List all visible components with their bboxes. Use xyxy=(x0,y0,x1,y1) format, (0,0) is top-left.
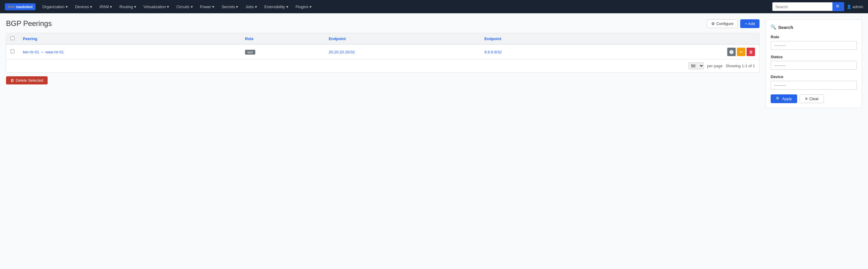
brand-logo[interactable]: >>> nautobot xyxy=(5,3,36,10)
chevron-down-icon: ▾ xyxy=(236,4,238,9)
user-info: 👤 admin xyxy=(846,4,863,9)
apply-button[interactable]: 🔍 Apply xyxy=(771,94,797,103)
brand-arrows: >>> xyxy=(8,4,15,9)
clear-button[interactable]: ✕ Clear xyxy=(800,94,824,103)
per-page-select[interactable]: 50 100 200 xyxy=(688,62,704,69)
filter-group-status: Status xyxy=(771,55,857,70)
nav-item-devices[interactable]: Devices ▾ xyxy=(72,0,95,13)
filter-input-role[interactable] xyxy=(771,41,857,50)
edit-button[interactable]: ✏ xyxy=(737,48,745,56)
filter-input-device[interactable] xyxy=(771,81,857,90)
trash-icon: 🗑 xyxy=(10,78,14,83)
col-role: Role xyxy=(241,33,324,44)
chevron-down-icon: ▾ xyxy=(90,4,92,9)
row-actions: 🕐 ✏ 🗑 xyxy=(601,48,755,56)
chevron-down-icon: ▾ xyxy=(286,4,288,9)
header-buttons: ⚙ Configure + Add xyxy=(707,19,760,28)
search-icon: 🔍 xyxy=(776,96,781,101)
col-peering: Peering xyxy=(19,33,241,44)
filter-sidebar: 🔍 Search Role Status Device 🔍 Apply ✕ Cl… xyxy=(766,19,862,108)
table-header: Peering Role Endpoint Endpoint xyxy=(6,33,759,44)
showing-label: Showing 1-1 of 1 xyxy=(725,64,755,68)
chevron-down-icon: ▾ xyxy=(110,4,112,9)
bgp-peerings-table-container: Peering Role Endpoint Endpoint xyxy=(6,33,760,73)
nav-item-secrets[interactable]: Secrets ▾ xyxy=(218,0,241,13)
nav-right: 🔍 👤 admin xyxy=(772,2,863,11)
per-page-label: per page xyxy=(707,64,722,68)
search-button[interactable]: 🔍 xyxy=(832,2,844,11)
role-badge: test xyxy=(245,50,255,55)
endpoint2-cell: 9.9.9.9/32 xyxy=(480,44,596,59)
user-icon: 👤 xyxy=(846,4,851,9)
nav-item-organization[interactable]: Organization ▾ xyxy=(39,0,71,13)
col-actions xyxy=(596,33,759,44)
table-row: ber-rtr-01 ↔ waw-rtr-01 test 20.20.20.20… xyxy=(6,44,759,59)
search-icon: 🔍 xyxy=(836,4,841,9)
peering-cell: ber-rtr-01 ↔ waw-rtr-01 xyxy=(19,44,241,59)
chevron-down-icon: ▾ xyxy=(134,4,136,9)
nav-item-virtualization[interactable]: Virtualization ▾ xyxy=(141,0,172,13)
search-icon: 🔍 xyxy=(771,24,776,30)
filter-label-role: Role xyxy=(771,35,857,39)
trash-icon: 🗑 xyxy=(749,50,753,54)
chevron-down-icon: ▾ xyxy=(191,4,193,9)
history-icon: 🕐 xyxy=(729,50,734,54)
col-endpoint1: Endpoint xyxy=(324,33,480,44)
delete-selected-button[interactable]: 🗑 Delete Selected xyxy=(6,76,48,84)
content-area: BGP Peerings ⚙ Configure + Add xyxy=(6,19,760,108)
global-search-box: 🔍 xyxy=(772,2,844,11)
page-title: BGP Peerings xyxy=(6,19,52,28)
chevron-down-icon: ▾ xyxy=(255,4,257,9)
gear-icon: ⚙ xyxy=(711,22,715,26)
row-select-cell xyxy=(6,44,19,59)
actions-cell: 🕐 ✏ 🗑 xyxy=(596,44,759,59)
endpoint1-link[interactable]: 20.20.20.20/32 xyxy=(329,50,355,54)
edit-icon: ✏ xyxy=(740,50,743,54)
col-endpoint2-link[interactable]: Endpoint xyxy=(484,36,501,41)
times-icon: ✕ xyxy=(805,96,808,101)
peering-link[interactable]: ber-rtr-01 ↔ waw-rtr-01 xyxy=(23,50,64,54)
nav-item-power[interactable]: Power ▾ xyxy=(197,0,218,13)
delete-button[interactable]: 🗑 xyxy=(747,48,755,56)
col-peering-link[interactable]: Peering xyxy=(23,36,37,41)
filter-input-status[interactable] xyxy=(771,61,857,70)
table-footer: 50 100 200 per page Showing 1-1 of 1 xyxy=(6,59,759,72)
add-button[interactable]: + Add xyxy=(740,19,760,28)
col-role-link[interactable]: Role xyxy=(245,36,253,41)
endpoint1-cell: 20.20.20.20/32 xyxy=(324,44,480,59)
username: admin xyxy=(852,4,863,9)
filter-label-status: Status xyxy=(771,55,857,59)
nav-item-ipam[interactable]: IPAM ▾ xyxy=(96,0,115,13)
endpoint2-link[interactable]: 9.9.9.9/32 xyxy=(484,50,502,54)
chevron-down-icon: ▾ xyxy=(212,4,214,9)
navbar: >>> nautobot Organization ▾ Devices ▾ IP… xyxy=(0,0,868,13)
sidebar-title: 🔍 Search xyxy=(771,24,857,30)
col-endpoint2: Endpoint xyxy=(480,33,596,44)
col-endpoint1-link[interactable]: Endpoint xyxy=(329,36,346,41)
filter-group-role: Role xyxy=(771,35,857,50)
nav-item-routing[interactable]: Routing ▾ xyxy=(116,0,139,13)
table-body: ber-rtr-01 ↔ waw-rtr-01 test 20.20.20.20… xyxy=(6,44,759,59)
sidebar-buttons: 🔍 Apply ✕ Clear xyxy=(771,94,857,103)
chevron-down-icon: ▾ xyxy=(310,4,312,9)
chevron-down-icon: ▾ xyxy=(66,4,68,9)
history-button[interactable]: 🕐 xyxy=(727,48,736,56)
row-checkbox[interactable] xyxy=(10,50,14,53)
select-all-header xyxy=(6,33,19,44)
select-all-checkbox[interactable] xyxy=(10,36,14,40)
page-header: BGP Peerings ⚙ Configure + Add xyxy=(6,19,760,28)
chevron-down-icon: ▾ xyxy=(167,4,169,9)
role-cell: test xyxy=(241,44,324,59)
nav-item-plugins[interactable]: Plugins ▾ xyxy=(293,0,315,13)
filter-group-device: Device xyxy=(771,74,857,90)
main-container: BGP Peerings ⚙ Configure + Add xyxy=(0,13,868,114)
filter-label-device: Device xyxy=(771,74,857,79)
bgp-peerings-table: Peering Role Endpoint Endpoint xyxy=(6,33,759,59)
search-input[interactable] xyxy=(772,2,832,11)
brand-name: nautobot xyxy=(16,4,33,9)
configure-button[interactable]: ⚙ Configure xyxy=(707,19,738,28)
nav-item-jobs[interactable]: Jobs ▾ xyxy=(242,0,260,13)
nav-item-extensibility[interactable]: Extensibility ▾ xyxy=(261,0,291,13)
nav-item-circuits[interactable]: Circuits ▾ xyxy=(173,0,195,13)
